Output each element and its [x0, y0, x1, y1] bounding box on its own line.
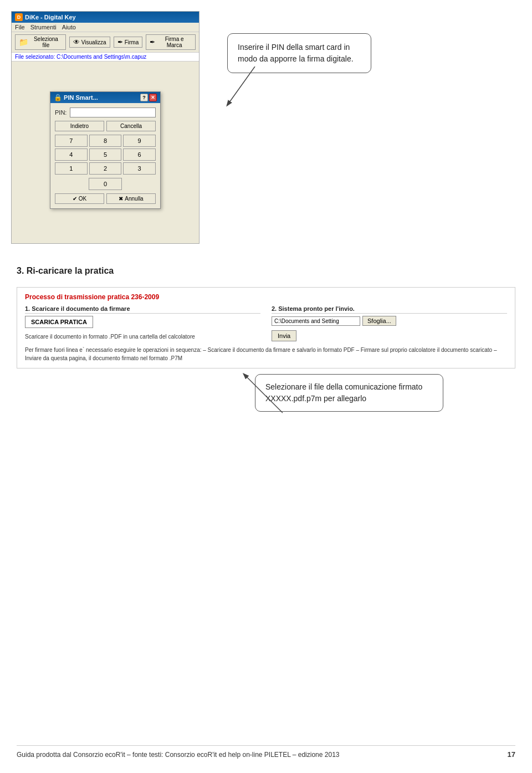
pin-zero-row: 0: [55, 178, 156, 190]
pratica-file-row: Sfoglia...: [272, 316, 507, 326]
callout1-arrow: [211, 66, 321, 122]
pin-label: PIN:: [55, 109, 66, 116]
dike-content: 🔒 PIN Smart... ? ✕ PIN: Indietro: [12, 62, 199, 239]
cross-icon: ✖: [119, 196, 123, 202]
firma-btn[interactable]: ✒ Firma: [114, 37, 143, 48]
dike-menubar: File Strumenti Aiuto: [12, 23, 199, 32]
footer-text: Guida prodotta dal Consorzio ecoR'it – f…: [17, 751, 339, 759]
dike-titlebar: D DiKe - Digital Key: [12, 12, 199, 23]
pin-btn-row: Indietro Cancella: [55, 121, 156, 131]
dike-window: D DiKe - Digital Key File Strumenti Aiut…: [11, 11, 200, 244]
pratica-small-text: Scaricare il documento in formato .PDF i…: [25, 334, 260, 340]
pin-numpad: 7 8 9 4 5 6 1 2 3: [55, 135, 156, 175]
pin-key-5[interactable]: 5: [89, 149, 122, 161]
pin-key-3[interactable]: 3: [123, 162, 156, 175]
pratica-col1-label: 1. Scaricare il documento da firmare: [25, 305, 260, 314]
pratica-col2: 2. Sistema pronto per l'invio. Sfoglia..…: [272, 305, 507, 341]
pin-titlebar-buttons: ? ✕: [140, 94, 157, 101]
scarica-pratica-btn[interactable]: SCARICA PRATICA: [25, 316, 93, 328]
pin-key-1[interactable]: 1: [55, 162, 88, 175]
footer-area: Guida prodotta dal Consorzio ecoR'it – f…: [0, 745, 532, 773]
pin-ok-row: ✔ OK ✖ Annulla: [55, 193, 156, 204]
firma-marca-btn[interactable]: ✒ Firma e Marca: [146, 34, 196, 50]
invia-btn[interactable]: Invia: [272, 330, 296, 341]
pin-close-btn[interactable]: ✕: [149, 94, 157, 101]
dike-icon: D: [15, 13, 23, 21]
pin-back-btn[interactable]: Indietro: [55, 121, 104, 131]
menu-aiuto[interactable]: Aiuto: [62, 24, 76, 30]
pin-key-0[interactable]: 0: [89, 178, 122, 190]
pin-key-9[interactable]: 9: [123, 135, 156, 147]
pin-ok-btn[interactable]: ✔ OK: [55, 193, 104, 204]
section3: 3. Ri-caricare la pratica Processo di tr…: [0, 255, 532, 446]
checkmark-icon: ✔: [73, 196, 77, 202]
pin-annulla-btn[interactable]: ✖ Annulla: [106, 193, 156, 204]
pratica-col1: 1. Scaricare il documento da firmare SCA…: [25, 305, 260, 341]
pin-dialog-body: PIN: Indietro Cancella 7 8 9 4 5 6: [50, 103, 160, 208]
pin-dialog-titlebar: 🔒 PIN Smart... ? ✕: [50, 92, 160, 103]
pratica-bottom-text: Per firmare fuori linea e` necessario es…: [25, 346, 507, 362]
dike-toolbar: 📁 Seleziona file 👁 Visualizza ✒ Firma ✒ …: [12, 32, 199, 53]
pratica-title: Processo di trasmissione pratica 236-200…: [25, 293, 507, 301]
pin-help-btn[interactable]: ?: [140, 94, 148, 101]
callout1-text: Inserire il PIN della smart card in modo…: [238, 43, 354, 63]
footer-page: 17: [508, 750, 515, 759]
dike-filebar: File selezionato: C:\Documents and Setti…: [12, 53, 199, 62]
footer: Guida prodotta dal Consorzio ecoR'it – f…: [17, 745, 515, 759]
pratica-col2-label: 2. Sistema pronto per l'invio.: [272, 305, 507, 314]
pin-input[interactable]: [70, 107, 156, 117]
seleziona-file-btn[interactable]: 📁 Seleziona file: [15, 34, 66, 50]
pin-key-8[interactable]: 8: [89, 135, 122, 147]
pin-key-4[interactable]: 4: [55, 149, 88, 161]
pin-cancel-btn[interactable]: Cancella: [106, 121, 156, 131]
callout2-text: Selezionare il file della comunicazione …: [265, 382, 422, 403]
section3-heading: 3. Ri-caricare la pratica: [17, 266, 515, 276]
pin-key-7[interactable]: 7: [55, 135, 88, 147]
callout2-bubble: Selezionare il file della comunicazione …: [255, 374, 443, 412]
menu-file[interactable]: File: [15, 24, 25, 30]
pratica-row: 1. Scaricare il documento da firmare SCA…: [25, 305, 507, 341]
top-section: D DiKe - Digital Key File Strumenti Aiut…: [0, 0, 532, 255]
sfoglia-btn[interactable]: Sfoglia...: [362, 316, 396, 326]
pratica-file-input[interactable]: [272, 316, 360, 326]
dike-title: DiKe - Digital Key: [25, 14, 76, 21]
callout2-wrapper: Selezionare il file della comunicazione …: [17, 374, 515, 441]
visualizza-btn[interactable]: 👁 Visualizza: [69, 37, 110, 48]
pin-field-row: PIN:: [55, 107, 156, 117]
pratica-panel: Processo di trasmissione pratica 236-200…: [17, 287, 515, 368]
pin-key-2[interactable]: 2: [89, 162, 122, 175]
pin-dialog-title: 🔒 PIN Smart...: [54, 94, 98, 101]
callout1-bubble: Inserire il PIN della smart card in modo…: [227, 33, 371, 73]
pin-key-6[interactable]: 6: [123, 149, 156, 161]
menu-strumenti[interactable]: Strumenti: [30, 24, 57, 30]
pin-dialog: 🔒 PIN Smart... ? ✕ PIN: Indietro: [50, 91, 161, 209]
callout1-area: Inserire il PIN della smart card in modo…: [216, 17, 371, 73]
